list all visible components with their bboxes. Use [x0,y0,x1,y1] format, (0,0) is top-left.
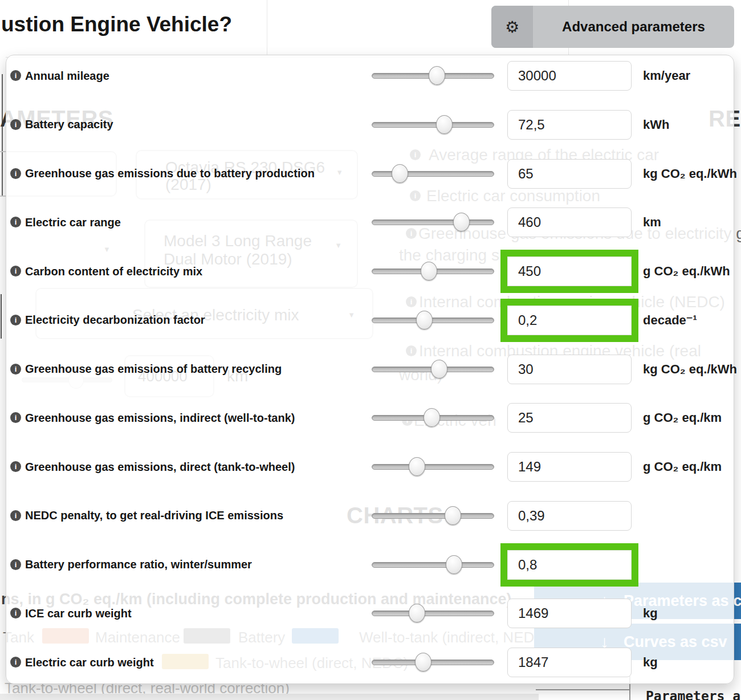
parameter-row: i Battery capacity kWh [6,100,734,149]
parameter-input-highlight [500,250,638,293]
parameter-row: i Greenhouse gas emissions due to batter… [6,149,734,198]
parameter-slider[interactable] [372,611,494,616]
parameter-value-input[interactable] [507,501,632,531]
parameter-input-highlight [507,599,632,628]
parameter-slider[interactable] [372,73,494,79]
parameter-value-input[interactable] [507,257,632,286]
parameter-unit: kg CO₂ eq./kWh [643,149,737,198]
info-icon[interactable]: i [10,119,21,130]
parameter-value-input[interactable] [507,110,632,140]
parameter-value-input[interactable] [507,159,632,189]
parameter-input-highlight [507,159,632,189]
parameter-slider[interactable] [372,562,494,568]
parameter-slider[interactable] [372,464,494,470]
slider-handle[interactable] [415,653,431,671]
parameter-input-highlight [507,207,632,237]
parameter-label: Greenhouse gas emissions of battery recy… [25,345,361,394]
slider-handle[interactable] [409,604,425,622]
parameter-input-highlight [507,355,632,384]
parameter-label: Battery performance ratio, winter/summer [25,540,361,589]
parameter-row: i ICE car curb weight kg [6,589,734,638]
info-icon[interactable]: i [10,168,21,179]
info-icon[interactable]: i [10,412,21,423]
slider-handle[interactable] [436,115,453,134]
parameter-value-input[interactable] [507,452,632,482]
parameter-slider[interactable] [372,171,494,177]
slider-track[interactable] [372,171,494,177]
parameter-value-input[interactable] [507,648,632,677]
parameter-slider[interactable] [372,219,494,225]
parameter-slider[interactable] [372,318,494,323]
parameter-label: Greenhouse gas emissions, indirect (well… [25,393,361,442]
parameter-unit: g CO₂ eq./km [643,442,722,491]
info-icon[interactable]: i [10,559,21,570]
info-icon[interactable]: i [10,657,21,668]
slider-track[interactable] [372,562,494,568]
parameter-unit: kg CO₂ eq./kWh [643,345,737,394]
info-icon[interactable]: i [10,510,21,521]
slider-track[interactable] [372,219,494,225]
parameter-unit: kg [643,638,658,687]
parameter-value-input[interactable] [507,403,632,433]
parameter-unit: km [643,198,661,247]
parameter-slider[interactable] [372,122,494,128]
parameter-input-highlight [507,501,632,531]
parameter-slider[interactable] [372,268,494,274]
parameter-value-input[interactable] [507,207,632,237]
parameter-input-highlight [507,648,632,677]
slider-handle[interactable] [392,164,408,183]
slider-handle[interactable] [446,555,462,574]
slider-track[interactable] [372,660,494,665]
slider-track[interactable] [372,318,494,323]
parameter-row: i Greenhouse gas emissions, indirect (we… [6,393,734,442]
slider-track[interactable] [372,513,494,519]
parameter-unit: km/year [643,51,690,100]
slider-track[interactable] [372,611,494,616]
parameter-row: i Carbon content of electricity mix g CO… [6,247,734,296]
parameter-row: i Electric car curb weight kg [6,638,734,687]
parameter-value-input[interactable] [507,550,632,580]
slider-handle[interactable] [431,360,447,379]
parameter-slider[interactable] [372,367,494,372]
parameter-row: i Battery performance ratio, winter/summ… [6,540,734,589]
parameter-label: Annual mileage [25,51,361,100]
slider-track[interactable] [372,464,494,470]
info-icon[interactable]: i [10,266,21,276]
slider-handle[interactable] [424,408,440,427]
info-icon[interactable]: i [10,461,21,472]
parameter-value-input[interactable] [507,61,632,91]
parameter-row: i Electricity decarbonization factor dec… [6,296,734,345]
info-icon[interactable]: i [10,70,21,81]
info-icon[interactable]: i [10,315,21,325]
parameter-value-input[interactable] [507,355,632,384]
slider-handle[interactable] [429,66,445,85]
parameter-input-highlight [507,61,632,91]
info-icon[interactable]: i [10,608,21,618]
info-icon[interactable]: i [10,217,21,227]
parameter-input-highlight [507,452,632,482]
slider-handle[interactable] [421,262,437,280]
parameter-value-input[interactable] [507,599,632,628]
parameter-slider[interactable] [372,415,494,421]
parameter-label: Carbon content of electricity mix [25,247,361,296]
parameter-unit: kg [643,589,658,638]
parameter-input-highlight [500,543,638,587]
info-icon[interactable]: i [10,364,21,375]
parameter-label: Electric car curb weight [25,638,361,687]
parameter-slider[interactable] [372,513,494,519]
parameter-input-highlight [507,403,632,433]
parameters-list: i Annual mileage km/year i Battery capac… [0,0,741,700]
parameter-unit: decade⁻¹ [643,296,697,345]
parameter-label: Electricity decarbonization factor [25,296,361,345]
parameter-row: i Greenhouse gas emissions of battery re… [6,345,734,394]
slider-handle[interactable] [453,213,470,231]
parameter-unit: kWh [643,100,669,149]
slider-handle[interactable] [416,311,433,329]
parameter-row: i Electric car range km [6,198,734,247]
parameter-row: i Annual mileage km/year [6,51,734,100]
slider-handle[interactable] [445,506,461,525]
slider-track[interactable] [372,122,494,128]
parameter-slider[interactable] [372,660,494,665]
slider-handle[interactable] [409,457,425,476]
parameter-value-input[interactable] [507,306,632,335]
